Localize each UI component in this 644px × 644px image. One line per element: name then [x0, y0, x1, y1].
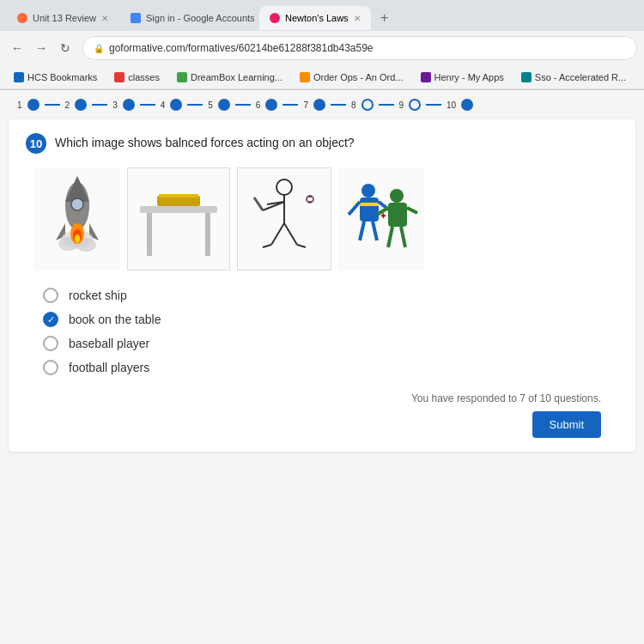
question-footer: You have responded to 7 of 10 questions.…	[26, 392, 618, 438]
option-book-on-table[interactable]: ✓ book on the table	[43, 312, 601, 327]
svg-point-10	[75, 234, 80, 243]
submit-button[interactable]: Submit	[532, 411, 601, 438]
svg-rect-34	[388, 203, 407, 227]
question-header: 10 Which image shows balnced forces acti…	[26, 133, 618, 154]
svg-rect-27	[360, 197, 379, 222]
progress-line-4	[187, 104, 203, 106]
refresh-button[interactable]: ↻	[55, 38, 76, 58]
lock-icon: 🔒	[94, 44, 104, 53]
progress-dot-2[interactable]	[75, 99, 87, 111]
question-card: 10 Which image shows balnced forces acti…	[9, 119, 635, 452]
bookmark-label-dreambox: DreamBox Learning...	[191, 72, 283, 82]
radio-check-book: ✓	[47, 314, 55, 325]
options-list: rocket ship ✓ book on the table baseball…	[26, 288, 618, 375]
tab-close-unit13[interactable]: ✕	[101, 14, 108, 23]
back-button[interactable]: ←	[7, 38, 27, 58]
rocket-image[interactable]	[34, 167, 120, 270]
progress-num-10: 10	[447, 100, 456, 110]
progress-dot-9[interactable]	[409, 99, 421, 111]
option-label-football-players: football players	[69, 361, 149, 374]
svg-point-26	[361, 184, 375, 197]
progress-num-1: 1	[17, 100, 22, 110]
tab-unit13-review[interactable]: Unit 13 Review ✕	[7, 6, 118, 30]
radio-football-players[interactable]	[43, 360, 58, 375]
baseball-image[interactable]	[237, 167, 331, 270]
bookmark-icon-henry	[421, 72, 431, 82]
progress-dot-3[interactable]	[123, 99, 135, 111]
progress-dot-6[interactable]	[265, 99, 277, 111]
nav-buttons: ← → ↻	[7, 38, 76, 58]
svg-rect-15	[205, 213, 210, 256]
tab-close-newton[interactable]: ✕	[354, 14, 361, 23]
svg-point-2	[71, 198, 83, 210]
responded-text: You have responded to 7 of 10 questions.	[43, 392, 601, 404]
tab-google-signin[interactable]: Sign in - Google Accounts ✕	[120, 6, 258, 30]
tab-label-unit13: Unit 13 Review	[33, 13, 96, 23]
svg-line-19	[254, 197, 263, 210]
table-svg	[131, 172, 226, 266]
progress-dot-8[interactable]	[361, 99, 374, 111]
progress-line-5	[235, 104, 251, 106]
page-content: 1 2 3 4 5 6 7 8 9 10 10 Which image s	[0, 90, 644, 644]
football-image[interactable]: ✦	[338, 167, 424, 270]
question-number-badge: 10	[26, 133, 46, 154]
bookmark-icon-dreambox	[177, 72, 187, 82]
svg-line-36	[407, 208, 417, 213]
images-row: ✦	[26, 167, 618, 270]
progress-line-8	[379, 104, 394, 106]
radio-rocket-ship[interactable]	[43, 288, 58, 303]
bookmark-icon-orderops	[300, 72, 310, 82]
progress-num-6: 6	[256, 100, 261, 110]
forward-button[interactable]: →	[31, 38, 52, 58]
progress-dot-7[interactable]	[313, 99, 325, 111]
baseball-svg	[241, 172, 327, 266]
progress-num-4: 4	[161, 100, 166, 110]
progress-num-7: 7	[303, 100, 308, 110]
bookmark-dreambox[interactable]: DreamBox Learning...	[170, 70, 289, 84]
progress-line-6	[283, 104, 298, 106]
progress-dot-4[interactable]	[170, 99, 182, 111]
progress-dot-10[interactable]	[461, 99, 473, 111]
address-bar: ← → ↻ 🔒 goformative.com/formatives/60214…	[0, 31, 644, 65]
progress-num-5: 5	[208, 100, 213, 110]
option-football-players[interactable]: football players	[43, 360, 601, 375]
radio-baseball-player[interactable]	[43, 336, 58, 351]
bookmark-icon-classes	[114, 72, 125, 82]
svg-point-16	[276, 179, 292, 195]
bookmark-orderops[interactable]: Order Ops - An Ord...	[293, 70, 410, 84]
table-image[interactable]	[127, 167, 230, 270]
football-svg: ✦	[338, 172, 424, 266]
tab-bar: Unit 13 Review ✕ Sign in - Google Accoun…	[0, 0, 644, 31]
bookmark-icon-hcs	[14, 72, 24, 82]
option-baseball-player[interactable]: baseball player	[43, 336, 601, 351]
progress-num-9: 9	[399, 100, 404, 110]
progress-line-2	[92, 104, 107, 106]
radio-book-on-table[interactable]: ✓	[43, 312, 58, 327]
svg-line-29	[349, 202, 360, 215]
svg-rect-28	[360, 203, 379, 206]
bookmark-label-classes: classes	[128, 72, 160, 82]
option-label-book-on-table: book on the table	[69, 313, 161, 326]
svg-line-32	[373, 222, 377, 240]
bookmark-label-sso: Sso - Accelerated R...	[535, 72, 626, 82]
new-tab-button[interactable]: +	[373, 6, 397, 30]
tab-label-google: Sign in - Google Accounts	[146, 13, 255, 23]
question-text: Which image shows balnced forces acting …	[55, 133, 355, 152]
bookmark-classes[interactable]: classes	[107, 70, 167, 84]
url-bar[interactable]: 🔒 goformative.com/formatives/60214be6128…	[82, 36, 637, 60]
svg-line-21	[271, 223, 284, 245]
progress-num-8: 8	[351, 100, 356, 110]
tab-favicon-newton	[270, 13, 280, 23]
bookmark-henry[interactable]: Henry - My Apps	[414, 70, 511, 84]
svg-line-24	[297, 245, 306, 247]
option-rocket-ship[interactable]: rocket ship	[43, 288, 601, 303]
bookmark-hcs[interactable]: HCS Bookmarks	[7, 70, 104, 84]
bookmark-sso[interactable]: Sso - Accelerated R...	[514, 70, 633, 84]
progress-dot-5[interactable]	[218, 99, 230, 111]
bookmark-icon-sso	[521, 72, 532, 82]
progress-dot-1[interactable]	[27, 99, 39, 111]
tab-newtons-laws[interactable]: Newton's Laws ✕	[259, 6, 371, 30]
svg-line-22	[284, 223, 297, 245]
svg-rect-13	[140, 206, 217, 213]
svg-point-33	[390, 189, 404, 203]
